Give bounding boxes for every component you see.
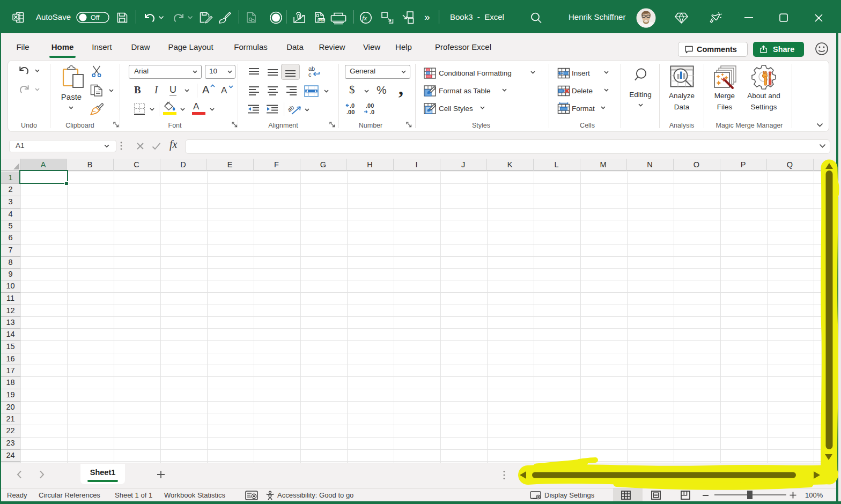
svg-text:PDF: PDF (319, 19, 326, 22)
svg-text:.00: .00 (346, 109, 355, 115)
svg-text:Off: Off (91, 14, 100, 21)
svg-text:.0: .0 (350, 102, 355, 109)
svg-text:fx: fx (362, 14, 367, 22)
svg-text:.00: .00 (366, 102, 374, 109)
svg-text:c: c (308, 71, 312, 78)
svg-text:.0: .0 (370, 109, 374, 115)
